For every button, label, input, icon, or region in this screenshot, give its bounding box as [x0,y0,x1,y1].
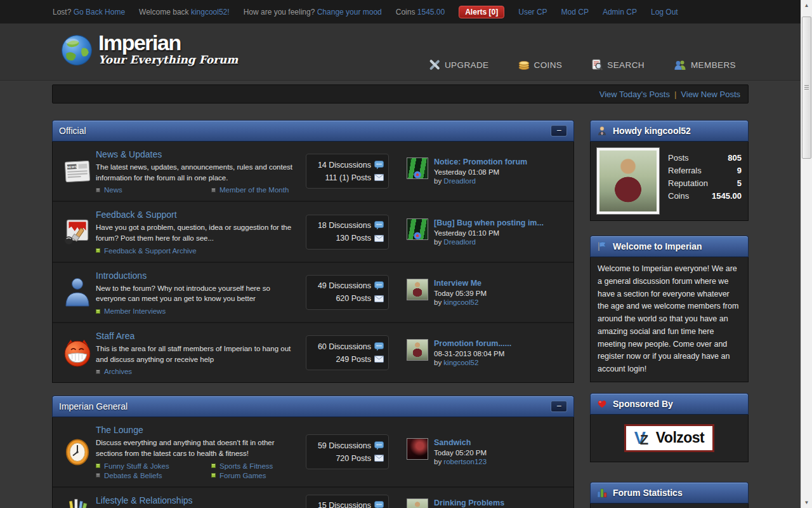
subforum-link[interactable]: Member of the Month [211,186,320,194]
alerts-button[interactable]: Alerts [0] [459,6,504,18]
subforum-link[interactable]: Archives [96,368,205,375]
last-post-title-link[interactable]: Promotion forum...... [434,339,511,348]
log-out-link[interactable]: Log Out [651,8,678,17]
last-post-user-link[interactable]: Dreadlord [443,177,476,185]
subforum-label[interactable]: Member Interviews [104,307,166,315]
category-title: Imperian General [59,401,128,411]
person-icon [59,277,96,307]
subforum-label[interactable]: Forum Games [219,472,266,479]
sponsored-panel: Sponsored By VZ Volzost [590,393,749,462]
subforum-label[interactable]: News [104,186,122,194]
last-post-avatar[interactable] [407,218,428,240]
forum-row-feedback-support: Feedback & Support Have you got a proble… [53,201,573,261]
subforum-label[interactable]: Sports & Fitness [219,462,273,470]
subforum-label[interactable]: Funny Stuff & Jokes [104,462,169,470]
profile-avatar[interactable] [597,148,659,214]
last-post-user-link[interactable]: Dreadlord [443,238,476,246]
last-post-avatar[interactable] [407,438,428,460]
last-post-title-link[interactable]: Drinking Problems [434,498,504,507]
last-post-avatar[interactable] [407,498,428,508]
top-user-bar: Lost? Go Back Home Welcome back kingcool… [0,0,812,23]
last-post-cell: Drinking Problems 09-02-2013 02:20 PM by… [407,498,567,508]
last-post-title-link[interactable]: Notice: Promotion forum [434,157,527,166]
nav-members-label[interactable]: MEMBERS [691,60,736,70]
subforum-marker-icon [211,473,216,478]
forum-title-link[interactable]: Feedback & Support [96,210,177,220]
category-header: Official − [52,120,574,142]
forum-description: New to the forum? Why not introduce your… [96,283,297,304]
last-post-title-link[interactable]: Sandwich [434,438,487,447]
subforum-link[interactable]: Forum Games [211,472,320,479]
subforum-label[interactable]: Debates & Beliefs [104,472,162,479]
forum-row-the-lounge: The Lounge Discuss everything and anythi… [53,417,573,486]
vertical-scrollbar[interactable]: ▲ ▼ [801,0,812,508]
monogram-z: Z [640,431,648,450]
last-post-avatar[interactable] [407,339,428,361]
category-imperian-general: Imperian General − The Lounge Discuss ev… [52,396,574,508]
subforum-label[interactable]: Feedback & Support Archive [104,247,197,255]
forum-title-link[interactable]: Lifestyle & Relationships [96,495,193,505]
nav-upgrade[interactable]: UPGRADE [429,59,489,70]
subforum-link[interactable]: Feedback & Support Archive [96,247,205,255]
nav-search[interactable]: SEARCH [591,59,645,70]
collapse-button[interactable]: − [551,401,567,412]
admin-cp-link[interactable]: Admin CP [603,8,637,17]
last-post-cell: Interview Me Today 05:39 PM by kingcool5… [407,279,567,306]
last-post-user-link[interactable]: robertson123 [443,458,487,465]
view-todays-posts-link[interactable]: View Today's Posts [599,90,670,99]
subforum-link[interactable]: Debates & Beliefs [96,472,205,479]
change-mood-link[interactable]: Change your mood [317,8,382,17]
posts-envelope-icon [374,455,384,462]
forum-title-link[interactable]: Staff Area [96,331,134,341]
mod-cp-link[interactable]: Mod CP [561,8,589,17]
subforum-link[interactable]: Sports & Fitness [211,462,320,470]
coins-value-link[interactable]: 1545.00 [417,8,445,17]
forum-title-link[interactable]: The Lounge [96,425,143,435]
collapse-button[interactable]: − [551,125,567,137]
view-new-posts-link[interactable]: View New Posts [681,90,740,99]
last-post-user-link[interactable]: kingcool52 [443,298,478,306]
username-link[interactable]: kingcool52! [191,8,230,17]
toolbar-separator: | [674,90,676,99]
forum-title-link[interactable]: Introductions [96,271,147,281]
nav-search-label[interactable]: SEARCH [607,60,645,70]
last-post-avatar[interactable] [407,279,428,300]
forum-title-link[interactable]: News & Updates [96,149,162,159]
last-post-cell: Sandwich Today 05:20 PM by robertson123 [407,438,567,465]
posts-count: 620 Posts [336,294,371,303]
scroll-up-icon[interactable]: ▲ [801,0,812,11]
subforum-marker-icon [96,188,100,192]
nav-members[interactable]: MEMBERS [674,59,736,70]
last-post-title-link[interactable]: Interview Me [434,279,487,288]
subforum-link[interactable]: Member Interviews [96,307,205,315]
last-post-user-link[interactable]: kingcool52 [443,359,478,366]
nav-upgrade-label[interactable]: UPGRADE [445,60,489,70]
last-post-title-link[interactable]: [Bug] Bug when posting im... [434,218,544,227]
subforum-link[interactable]: News [96,186,205,194]
subforum-marker-icon [96,464,100,468]
posts-count: 720 Posts [336,454,371,463]
forum-stats-box: 14 Discussions 111 (1) Posts [306,154,389,189]
scrollbar-thumb[interactable] [802,17,811,159]
scroll-down-icon[interactable]: ▼ [801,497,812,508]
site-header: Imperian Your Everything Forum UPGRADE C… [0,23,812,81]
profile-panel-title: Howdy kingcool52 [613,126,691,136]
discussions-count: 15 Discussions [318,501,371,508]
subforum-marker-icon [96,370,100,374]
subforum-label[interactable]: Member of the Month [219,186,289,194]
sponsor-logo[interactable]: VZ Volzost [624,424,714,452]
subforum-label[interactable]: Archives [104,368,132,375]
forum-description: This is the area for all staff members o… [96,344,297,364]
forum-stats-box: 15 Discussions 123 Posts [306,495,389,508]
last-post-avatar[interactable] [407,157,428,179]
search-icon [591,59,603,70]
user-cp-link[interactable]: User CP [518,8,547,17]
nav-coins[interactable]: COINS [518,59,563,70]
subforum-link[interactable]: Funny Stuff & Jokes [96,462,205,470]
go-back-home-link[interactable]: Go Back Home [74,8,125,17]
discussions-bubble-icon [374,221,384,230]
nav-coins-label[interactable]: COINS [534,60,563,70]
devil-smiley-icon [59,338,96,368]
coins-icon [518,60,530,70]
site-logo[interactable]: Imperian Your Everything Forum [60,32,238,66]
